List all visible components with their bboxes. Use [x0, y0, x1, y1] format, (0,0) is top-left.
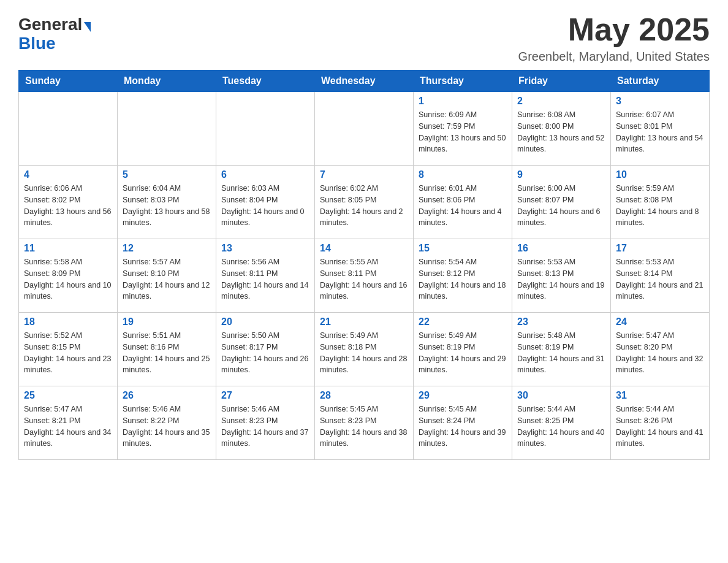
calendar-table: Sunday Monday Tuesday Wednesday Thursday… — [18, 70, 710, 460]
day-info: Sunrise: 6:02 AMSunset: 8:05 PMDaylight:… — [320, 183, 408, 229]
header-friday: Friday — [512, 71, 611, 92]
calendar-cell-w1-d3 — [216, 92, 315, 166]
day-info-line: Sunset: 7:59 PM — [419, 122, 475, 131]
day-info-line: Daylight: 14 hours and 32 minutes. — [616, 354, 703, 375]
day-info-line: Sunrise: 6:03 AM — [221, 184, 279, 193]
day-info-line: Sunrise: 5:57 AM — [123, 258, 181, 266]
day-info-line: Daylight: 14 hours and 38 minutes. — [320, 428, 407, 448]
day-info-line: Daylight: 14 hours and 25 minutes. — [123, 354, 210, 375]
day-info-line: Daylight: 14 hours and 2 minutes. — [320, 207, 403, 228]
day-info-line: Daylight: 14 hours and 41 minutes. — [616, 428, 703, 448]
day-info-line: Sunset: 8:12 PM — [419, 269, 475, 278]
day-info-line: Sunrise: 5:59 AM — [616, 184, 674, 193]
day-info-line: Sunrise: 5:44 AM — [616, 405, 674, 413]
calendar-cell-w2-d5: 8Sunrise: 6:01 AMSunset: 8:06 PMDaylight… — [414, 166, 512, 239]
day-info-line: Sunset: 8:11 PM — [320, 269, 376, 278]
location-subtitle: Greenbelt, Maryland, United States — [518, 50, 710, 64]
day-info-line: Sunrise: 6:09 AM — [419, 110, 477, 119]
day-number: 22 — [419, 316, 507, 327]
day-info-line: Sunset: 8:22 PM — [123, 416, 179, 425]
day-info-line: Sunrise: 5:56 AM — [221, 258, 279, 266]
calendar-cell-w3-d3: 13Sunrise: 5:56 AMSunset: 8:11 PMDayligh… — [216, 239, 315, 313]
day-info-line: Daylight: 14 hours and 37 minutes. — [221, 428, 308, 448]
calendar-cell-w3-d1: 11Sunrise: 5:58 AMSunset: 8:09 PMDayligh… — [19, 239, 118, 313]
day-info-line: Sunset: 8:24 PM — [419, 416, 475, 425]
day-number: 9 — [517, 169, 605, 180]
day-info-line: Daylight: 14 hours and 12 minutes. — [123, 281, 210, 301]
calendar-cell-w3-d7: 17Sunrise: 5:53 AMSunset: 8:14 PMDayligh… — [611, 239, 710, 313]
calendar-week-3: 11Sunrise: 5:58 AMSunset: 8:09 PMDayligh… — [19, 239, 710, 313]
day-info-line: Sunset: 8:13 PM — [517, 269, 574, 278]
header-saturday: Saturday — [611, 71, 710, 92]
day-info-line: Daylight: 14 hours and 39 minutes. — [419, 428, 506, 448]
day-info: Sunrise: 5:45 AMSunset: 8:23 PMDaylight:… — [320, 404, 408, 450]
day-info-line: Sunset: 8:16 PM — [123, 343, 179, 351]
day-info-line: Sunset: 8:23 PM — [221, 416, 278, 425]
day-info-line: Sunset: 8:17 PM — [221, 343, 278, 351]
calendar-cell-w2-d3: 6Sunrise: 6:03 AMSunset: 8:04 PMDaylight… — [216, 166, 315, 239]
day-number: 20 — [221, 316, 309, 327]
day-info: Sunrise: 6:00 AMSunset: 8:07 PMDaylight:… — [517, 183, 605, 229]
day-number: 27 — [221, 390, 309, 401]
day-info: Sunrise: 6:08 AMSunset: 8:00 PMDaylight:… — [517, 109, 605, 155]
day-number: 31 — [616, 390, 704, 401]
day-info-line: Sunset: 8:15 PM — [24, 343, 80, 351]
day-number: 5 — [123, 169, 211, 180]
day-info-line: Sunrise: 5:49 AM — [419, 331, 477, 340]
day-info-line: Daylight: 14 hours and 6 minutes. — [517, 207, 601, 228]
day-info-line: Sunrise: 6:01 AM — [419, 184, 477, 193]
day-info: Sunrise: 5:54 AMSunset: 8:12 PMDaylight:… — [419, 256, 507, 302]
day-info: Sunrise: 5:45 AMSunset: 8:24 PMDaylight:… — [419, 404, 507, 450]
day-info: Sunrise: 5:49 AMSunset: 8:18 PMDaylight:… — [320, 330, 408, 376]
header-wednesday: Wednesday — [315, 71, 414, 92]
logo-triangle-icon — [84, 22, 91, 32]
day-info-line: Sunset: 8:09 PM — [24, 269, 80, 278]
day-info-line: Daylight: 13 hours and 54 minutes. — [616, 134, 703, 154]
day-info-line: Sunrise: 6:08 AM — [517, 110, 575, 119]
day-info-line: Sunset: 8:26 PM — [616, 416, 672, 425]
day-info-line: Sunrise: 5:52 AM — [24, 331, 82, 340]
day-info: Sunrise: 5:56 AMSunset: 8:11 PMDaylight:… — [221, 256, 309, 302]
day-number: 7 — [320, 169, 408, 180]
day-info-line: Daylight: 14 hours and 18 minutes. — [419, 281, 506, 301]
calendar-cell-w1-d4 — [315, 92, 414, 166]
day-info-line: Sunrise: 5:51 AM — [123, 331, 181, 340]
day-info-line: Sunrise: 5:50 AM — [221, 331, 279, 340]
logo-general-text: General — [18, 15, 82, 34]
calendar-cell-w1-d7: 3Sunrise: 6:07 AMSunset: 8:01 PMDaylight… — [611, 92, 710, 166]
day-info-line: Sunrise: 6:00 AM — [517, 184, 575, 193]
day-info-line: Sunrise: 5:45 AM — [320, 405, 378, 413]
calendar-cell-w5-d7: 31Sunrise: 5:44 AMSunset: 8:26 PMDayligh… — [611, 386, 710, 460]
calendar-week-5: 25Sunrise: 5:47 AMSunset: 8:21 PMDayligh… — [19, 386, 710, 460]
day-info-line: Sunrise: 6:04 AM — [123, 184, 181, 193]
day-number: 30 — [517, 390, 605, 401]
day-info: Sunrise: 5:46 AMSunset: 8:23 PMDaylight:… — [221, 404, 309, 450]
day-info: Sunrise: 5:50 AMSunset: 8:17 PMDaylight:… — [221, 330, 309, 376]
day-info-line: Sunrise: 6:02 AM — [320, 184, 378, 193]
calendar-cell-w5-d3: 27Sunrise: 5:46 AMSunset: 8:23 PMDayligh… — [216, 386, 315, 460]
day-number: 21 — [320, 316, 408, 327]
day-info-line: Daylight: 14 hours and 28 minutes. — [320, 354, 407, 375]
calendar-cell-w4-d2: 19Sunrise: 5:51 AMSunset: 8:16 PMDayligh… — [118, 313, 216, 386]
calendar-cell-w1-d6: 2Sunrise: 6:08 AMSunset: 8:00 PMDaylight… — [512, 92, 611, 166]
calendar-week-4: 18Sunrise: 5:52 AMSunset: 8:15 PMDayligh… — [19, 313, 710, 386]
calendar-cell-w2-d6: 9Sunrise: 6:00 AMSunset: 8:07 PMDaylight… — [512, 166, 611, 239]
day-info-line: Daylight: 14 hours and 40 minutes. — [517, 428, 604, 448]
day-info-line: Sunrise: 5:53 AM — [616, 258, 674, 266]
day-info-line: Daylight: 13 hours and 50 minutes. — [419, 134, 506, 154]
day-info: Sunrise: 6:09 AMSunset: 7:59 PMDaylight:… — [419, 109, 507, 155]
day-info-line: Sunrise: 5:58 AM — [24, 258, 82, 266]
day-info: Sunrise: 5:58 AMSunset: 8:09 PMDaylight:… — [24, 256, 112, 302]
day-number: 18 — [24, 316, 112, 327]
day-info-line: Daylight: 14 hours and 8 minutes. — [616, 207, 699, 228]
day-info-line: Daylight: 13 hours and 58 minutes. — [123, 207, 210, 228]
day-info: Sunrise: 5:47 AMSunset: 8:20 PMDaylight:… — [616, 330, 704, 376]
day-info-line: Sunset: 8:23 PM — [320, 416, 376, 425]
calendar-cell-w3-d4: 14Sunrise: 5:55 AMSunset: 8:11 PMDayligh… — [315, 239, 414, 313]
logo: General Blue — [18, 12, 91, 53]
day-info-line: Sunset: 8:08 PM — [616, 196, 672, 204]
calendar-cell-w3-d6: 16Sunrise: 5:53 AMSunset: 8:13 PMDayligh… — [512, 239, 611, 313]
day-info-line: Daylight: 14 hours and 35 minutes. — [123, 428, 210, 448]
day-info-line: Sunset: 8:02 PM — [24, 196, 80, 204]
day-number: 4 — [24, 169, 112, 180]
